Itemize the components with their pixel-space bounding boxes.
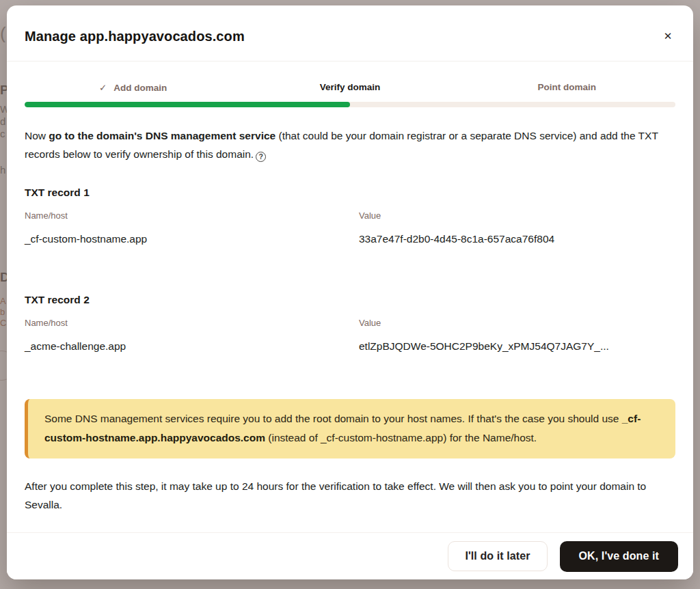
background-page-fragment: D [0, 271, 7, 284]
txt-record-1-values: _cf-custom-hostname.app 33a7e47f-d2b0-4d… [25, 233, 675, 245]
background-page-fragment: P [0, 83, 7, 96]
step-label: Point domain [538, 82, 597, 92]
record-1-name: _cf-custom-hostname.app [25, 233, 359, 245]
instructions-bold: go to the domain's DNS management servic… [49, 130, 275, 141]
check-icon: ✓ [99, 83, 107, 93]
background-page-fragment: b [0, 307, 7, 316]
background-page-fragment: W [0, 104, 7, 114]
background-page-fragment: d [0, 116, 7, 126]
progress-bar-fill [25, 102, 350, 107]
manage-domain-modal: Manage app.happyavocados.com ✕ ✓Add doma… [7, 5, 693, 579]
modal-title: Manage app.happyavocados.com [25, 29, 245, 44]
progress-bar [25, 102, 675, 107]
instructions-pre: Now [25, 130, 49, 141]
txt-record-1-heading: TXT record 1 [25, 187, 675, 199]
close-icon[interactable]: ✕ [656, 25, 679, 48]
background-page-fragment: ( [0, 25, 7, 42]
step-label: Verify domain [320, 82, 381, 92]
ok-done-button[interactable]: OK, I've done it [560, 541, 678, 572]
do-it-later-button[interactable]: I'll do it later [448, 541, 547, 571]
step-add-domain: ✓Add domain [25, 82, 241, 93]
step-point-domain: Point domain [459, 82, 675, 93]
background-page-fragment: C [0, 318, 7, 327]
record-1-value: 33a7e47f-d2b0-4d45-8c1a-657aca76f804 [359, 233, 675, 245]
name-host-label: Name/host [25, 318, 359, 328]
background-page-fragment: c [0, 128, 7, 139]
modal-footer: I'll do it later OK, I've done it [7, 532, 693, 579]
stepper: ✓Add domain Verify domain Point domain [25, 82, 675, 93]
value-label: Value [359, 318, 675, 328]
record-2-value: etlZpBJQDWe-5OHC2P9beKy_xPMJ54Q7JAG7Y_..… [359, 340, 675, 353]
txt-record-2-values: _acme-challenge.app etlZpBJQDWe-5OHC2P9b… [25, 340, 675, 353]
txt-record-2-heading: TXT record 2 [25, 294, 675, 306]
verification-time-note: After you complete this step, it may tak… [25, 477, 675, 514]
txt-record-1-labels: Name/host Value [25, 210, 675, 221]
step-verify-domain: Verify domain [241, 82, 458, 93]
txt-record-2-labels: Name/host Value [25, 318, 675, 328]
dns-root-domain-callout: Some DNS management services require you… [25, 399, 675, 458]
header-divider [7, 61, 693, 61]
value-label: Value [359, 210, 675, 221]
background-page-fragment: A [0, 297, 7, 305]
name-host-label: Name/host [25, 210, 359, 221]
instructions-text: Now go to the domain's DNS management se… [25, 126, 675, 163]
callout-pre: Some DNS management services require you… [44, 413, 622, 424]
record-2-name: _acme-challenge.app [25, 340, 359, 353]
step-label: Add domain [113, 83, 167, 93]
callout-post: (instead of _cf-custom-hostname.app) for… [265, 432, 537, 443]
background-page-fragment: h [0, 165, 7, 175]
help-icon[interactable]: ? [256, 152, 266, 162]
